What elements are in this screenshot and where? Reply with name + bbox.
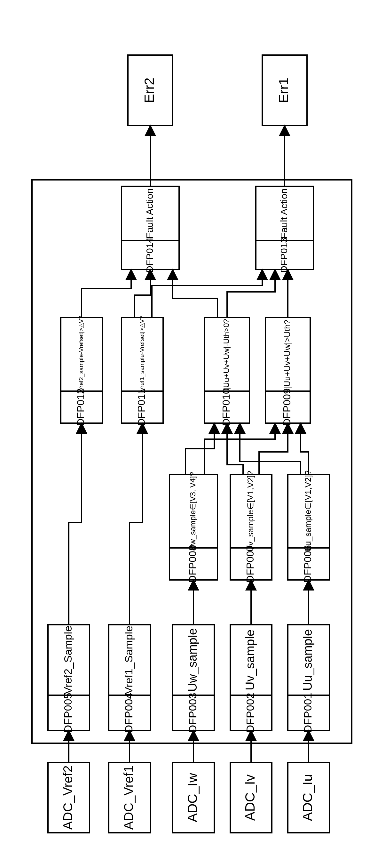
dfp013-block: DFP013 Fault Action <box>256 186 313 273</box>
err1-block: Err1 <box>262 55 307 125</box>
dfp004-block: DFP004 Vref1_Sample <box>109 625 150 733</box>
dfp004-id: DFP004 <box>123 693 135 733</box>
dfp011-block: DFP011 |Vref1_sample-Vrefset|>△V? <box>122 316 163 426</box>
dfp008-block: DFP008 Uw_sample∈[V3, V4]? <box>170 472 217 583</box>
dfp001-id: DFP001 <box>302 693 314 733</box>
err2-block: Err2 <box>128 55 173 125</box>
adc-vref1-block: ADC_Vref1 <box>109 763 150 833</box>
dfp002-id: DFP002 <box>244 693 256 733</box>
adc-iv-label: ADC_Iv <box>242 775 257 821</box>
dfp011-id: DFP011 <box>136 388 147 426</box>
dfp001-block: DFP001 Uu_sample <box>288 625 330 733</box>
dfp012-block: DFP012 |Vref2_sample-Vrefset|>△V? <box>61 316 102 426</box>
dfp002-desc: Uv_sample <box>243 629 257 690</box>
dfp011-desc: |Vref1_sample-Vrefset|>△V? <box>138 316 145 393</box>
dfp006-block: DFP006 Uu_sample∈[V1,V2]? <box>288 470 330 583</box>
dfp003-id: DFP003 <box>186 693 199 733</box>
dfp009-desc: |Uu+Uv+Uw|>Uth? <box>282 320 292 389</box>
dfp005-desc: Vref2_Sample <box>62 626 74 694</box>
dfp012-desc: |Vref2_sample-Vrefset|>△V? <box>78 316 85 393</box>
adc-iw-block: ADC_Iw <box>173 763 214 833</box>
adc-vref2-block: ADC_Vref2 <box>48 763 90 833</box>
adc-iv-block: ADC_Iv <box>230 763 272 833</box>
adc-vref1-label: ADC_Vref1 <box>122 766 136 830</box>
adc-iw-label: ADC_Iw <box>185 773 200 822</box>
dfp010-desc: |Uu+Uv+Uw|-Uth>0? <box>222 319 231 390</box>
dfp009-block: DFP009 |Uu+Uv+Uw|>Uth? <box>266 317 310 426</box>
dfp005-block: DFP005 Vref2_Sample <box>48 625 90 733</box>
dfp007-block: DFP007 Uv_sample∈[V1,V2]? <box>230 471 272 583</box>
dfp010-block: DFP010 |Uu+Uv+Uw|-Uth>0? <box>205 317 249 426</box>
dfp013-desc: Fault Action <box>279 188 289 239</box>
err2-label: Err2 <box>142 78 157 103</box>
dfp002-block: DFP002 Uv_sample <box>230 625 272 733</box>
flow-diagram: ADC_Iu ADC_Iv ADC_Iw ADC_Vref1 ADC_Vref2… <box>0 0 378 868</box>
dfp012-id: DFP012 <box>75 388 87 426</box>
adc-vref2-label: ADC_Vref2 <box>61 766 75 830</box>
dfp009-id: DFP009 <box>281 388 293 426</box>
err1-label: Err1 <box>276 78 291 103</box>
dfp003-desc: Uw_sample <box>186 628 199 692</box>
dfp006-desc: Uu_sample∈[V1,V2]? <box>303 470 313 552</box>
adc-iu-block: ADC_Iu <box>288 763 330 833</box>
adc-iu-label: ADC_Iu <box>300 774 315 821</box>
dfp010-id: DFP010 <box>220 388 232 426</box>
dfp014-desc: Fault Action <box>144 188 155 239</box>
dfp001-desc: Uu_sample <box>301 629 314 691</box>
dfp007-desc: Uv_sample∈[V1,V2]? <box>246 471 255 552</box>
dfp008-id: DFP008 <box>187 545 198 583</box>
dfp004-desc: Vref1_Sample <box>123 626 135 694</box>
dfp005-id: DFP005 <box>62 693 74 733</box>
dfp014-id: DFP014 <box>144 238 155 273</box>
dfp008-desc: Uw_sample∈[V3, V4]? <box>188 472 197 550</box>
dfp003-block: DFP003 Uw_sample <box>173 625 214 733</box>
dfp013-id: DFP013 <box>279 238 289 273</box>
dfp014-block: DFP014 Fault Action <box>122 186 179 273</box>
